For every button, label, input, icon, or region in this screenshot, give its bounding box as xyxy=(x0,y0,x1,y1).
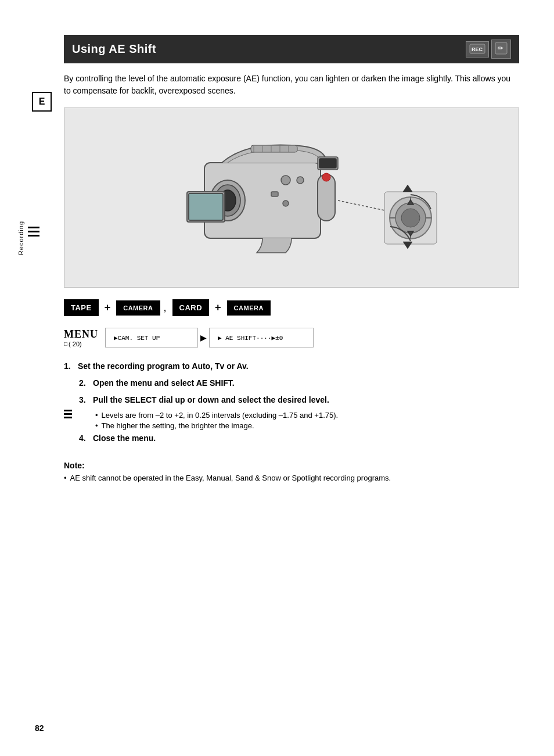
steps-with-decoration: 2. Open the menu and select AE SHIFT. 3.… xyxy=(64,377,519,449)
svg-rect-15 xyxy=(319,159,336,168)
page-description: By controlling the level of the automati… xyxy=(64,73,519,97)
page-number: 82 xyxy=(35,723,44,733)
menu-page-ref: □ ( 20) xyxy=(64,341,98,347)
menu-row: MENU □ ( 20) ▶CAM. SET UP ▶ ▶ AE SHIFT··… xyxy=(64,328,519,347)
step-4: 4. Close the menu. xyxy=(79,432,519,445)
menu-label: MENU xyxy=(64,328,98,341)
step-2-text: Open the menu and select AE SHIFT. xyxy=(93,377,235,389)
menu-label-block: MENU □ ( 20) xyxy=(64,328,98,347)
svg-rect-21 xyxy=(271,192,278,196)
svg-rect-17 xyxy=(189,194,223,220)
step-2: 2. Open the menu and select AE SHIFT. xyxy=(79,377,519,389)
svg-marker-36 xyxy=(403,242,412,249)
menu-cam-setup-box: ▶CAM. SET UP xyxy=(105,328,198,347)
svg-point-18 xyxy=(281,175,290,185)
sub-bullet-1: • Levels are from –2 to +2, in 0.25 inte… xyxy=(95,411,519,420)
left-bar-lines xyxy=(64,377,72,449)
page-ref-icon: □ xyxy=(64,341,67,347)
plus-sign-2: + xyxy=(215,302,221,314)
svg-point-23 xyxy=(322,173,330,181)
menu-arrow-icon: ▶ xyxy=(200,333,207,342)
comma-sign: , xyxy=(164,302,167,314)
svg-rect-8 xyxy=(251,145,297,152)
bullet-dot-1: • xyxy=(95,411,98,420)
title-icons: REC ✏ xyxy=(466,40,511,59)
menu-ae-shift-box: ▶ AE SHIFT····▶±0 xyxy=(209,328,314,347)
title-bar: Using AE Shift REC ✏ xyxy=(64,35,519,63)
svg-point-19 xyxy=(297,177,304,184)
note-title: Note: xyxy=(64,461,519,470)
step-3: 3. Pull the SELECT dial up or down and s… xyxy=(79,394,519,406)
card-badge: CARD xyxy=(172,299,210,316)
svg-text:REC: REC xyxy=(472,46,483,52)
note-bullet-dot: • xyxy=(64,474,67,482)
tape-rec-icon: REC xyxy=(466,41,489,58)
svg-marker-35 xyxy=(403,185,412,192)
camera1-badge: CAMERA xyxy=(116,300,160,316)
step-3-text: Pull the SELECT dial up or down and sele… xyxy=(93,394,329,406)
step-4-text: Close the menu. xyxy=(93,432,156,445)
step-3-number: 3. xyxy=(79,394,91,406)
step-4-number: 4. xyxy=(79,432,91,445)
bullet-dot-2: • xyxy=(95,421,98,430)
sub-bullets-list: • Levels are from –2 to +2, in 0.25 inte… xyxy=(95,411,519,430)
step-1-text: Set the recording program to Auto, Tv or… xyxy=(78,360,249,372)
sub-bullet-2: • The higher the setting, the brighter t… xyxy=(95,421,519,430)
note-bullet: • AE shift cannot be operated in the Eas… xyxy=(64,474,519,482)
steps-container: 1. Set the recording program to Auto, Tv… xyxy=(64,360,519,449)
tape-badge: TAPE xyxy=(64,299,99,316)
camera-illustration xyxy=(64,108,519,288)
plus-sign-1: + xyxy=(105,302,111,314)
page-title: Using AE Shift xyxy=(72,42,156,56)
svg-point-27 xyxy=(401,209,420,227)
camera2-badge: CAMERA xyxy=(227,300,271,316)
step-2-number: 2. xyxy=(79,377,91,389)
note-section: Note: • AE shift cannot be operated in t… xyxy=(64,461,519,482)
step-1: 1. Set the recording program to Auto, Tv… xyxy=(64,360,519,372)
step-1-number: 1. xyxy=(64,360,75,372)
pencil-icon: ✏ xyxy=(491,40,511,59)
svg-text:✏: ✏ xyxy=(498,44,503,52)
note-text: AE shift cannot be operated in the Easy,… xyxy=(70,474,391,482)
svg-line-34 xyxy=(338,200,384,210)
mode-badges-row: TAPE + CAMERA , CARD + CAMERA xyxy=(64,299,519,316)
svg-point-20 xyxy=(283,200,289,206)
